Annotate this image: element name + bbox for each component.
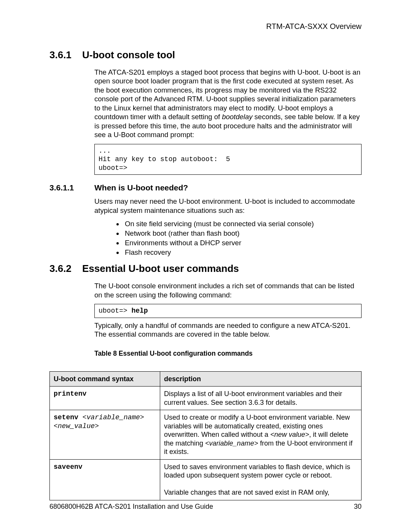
code-help: uboot=> help [94,304,362,318]
cmd-cell: printenv [50,387,160,410]
desc-cell: Displays a list of all U-boot environmen… [160,387,362,410]
desc-em: <variable_name> [205,439,258,447]
para-361: The ATCA-S201 employs a staged boot proc… [94,68,362,139]
cmd-cell: setenv <variable_name><new_value> [50,410,160,460]
bullet-list: On site field servicing (must be connect… [94,219,362,257]
code-prompt: uboot=> [99,307,131,315]
heading-title: Essential U-boot user commands [82,263,239,275]
desc-cell: Used to saves environment variables to f… [160,459,362,500]
heading-number: 3.6.2 [49,263,82,275]
cmd-name: setenv [54,414,78,421]
footer-doc-id: 6806800H62B ATCA-S201 Installation and U… [49,503,213,510]
cmd-arg: <new_value> [54,422,99,430]
para-3611: Users may never need the U-boot environm… [94,197,362,215]
list-item: Network boot (rather than flash boot) [123,229,362,238]
para-362-2: Typically, only a handful of commands ar… [94,321,362,339]
desc-em: <new value> [270,431,309,438]
uboot-commands-table: U-boot command syntax description printe… [49,371,362,500]
section-362-body2: Typically, only a handful of commands ar… [94,321,362,339]
heading-3611: 3.6.1.1 When is U-boot needed? [49,183,362,192]
list-item: Environments without a DHCP server [123,238,362,248]
heading-title: U-boot console tool [82,49,175,61]
cmd-arg: <variable_name> [83,414,144,421]
col-header-syntax: U-boot command syntax [50,371,160,387]
heading-number: 3.6.1 [49,49,82,61]
heading-title: When is U-boot needed? [94,183,188,192]
col-header-desc: description [160,371,362,387]
cmd-cell: saveenv [50,459,160,500]
table-row: saveenv Used to saves environment variab… [50,459,362,500]
running-header: RTM-ATCA-SXXX Overview [49,22,362,31]
page: RTM-ATCA-SXXX Overview 3.6.1 U-boot cons… [0,0,411,532]
page-number: 30 [354,503,362,511]
para-em: bootdelay [222,113,252,121]
section-3611-body: Users may never need the U-boot environm… [94,197,362,257]
page-footer: 6806800H62B ATCA-S201 Installation and U… [49,503,362,511]
list-item: On site field servicing (must be connect… [123,219,362,229]
code-autoboot: ... Hit any key to stop autoboot: 5 uboo… [94,144,362,175]
table-caption: Table 8 Essential U-boot configuration c… [94,350,362,358]
heading-362: 3.6.2 Essential U-boot user commands [49,263,362,275]
para-362-1: The U-boot console environment includes … [94,281,362,299]
section-361-body: The ATCA-S201 employs a staged boot proc… [94,68,362,139]
table-row: setenv <variable_name><new_value> Used t… [50,410,362,460]
section-362-body: The U-boot console environment includes … [94,281,362,299]
table-row: printenv Displays a list of all U-boot e… [50,387,362,410]
code-command: help [131,307,148,315]
table-header-row: U-boot command syntax description [50,371,362,387]
list-item: Flash recovery [123,248,362,257]
heading-361: 3.6.1 U-boot console tool [49,49,362,61]
heading-number: 3.6.1.1 [49,183,94,192]
desc-cell: Used to create or modify a U-boot enviro… [160,410,362,460]
